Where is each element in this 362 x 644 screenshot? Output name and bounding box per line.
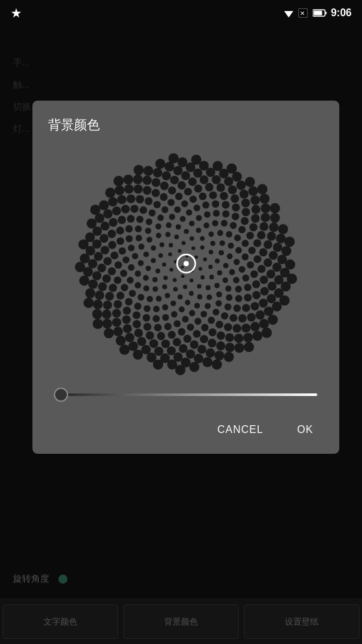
- svg-point-370: [184, 229, 189, 234]
- svg-point-332: [178, 306, 184, 312]
- svg-point-248: [142, 314, 150, 322]
- svg-point-337: [156, 295, 162, 301]
- color-wheel[interactable]: // Will generate via JS below: [69, 147, 303, 380]
- svg-point-108: [224, 177, 233, 186]
- svg-point-13: [261, 328, 272, 338]
- svg-point-229: [127, 215, 134, 223]
- svg-point-113: [260, 213, 269, 222]
- svg-point-382: [197, 284, 201, 289]
- svg-point-97: [274, 275, 284, 285]
- svg-point-272: [208, 317, 215, 324]
- svg-point-129: [211, 175, 221, 184]
- svg-point-350: [152, 286, 158, 291]
- svg-point-276: [149, 210, 156, 217]
- svg-point-174: [121, 205, 129, 214]
- svg-point-400: [181, 275, 184, 278]
- svg-point-182: [107, 230, 115, 238]
- svg-point-104: [125, 333, 134, 342]
- color-wheel-container[interactable]: // Will generate via JS below: [48, 147, 324, 380]
- svg-point-85: [108, 197, 117, 206]
- svg-point-401: [194, 255, 197, 258]
- svg-point-259: [221, 312, 228, 319]
- svg-point-199: [252, 291, 260, 299]
- svg-point-324: [162, 304, 167, 310]
- svg-point-98: [124, 184, 134, 194]
- status-bar-right: ✕ 9:06: [283, 7, 352, 19]
- svg-point-234: [160, 193, 167, 201]
- svg-point-219: [116, 291, 124, 299]
- svg-point-222: [167, 331, 175, 339]
- svg-point-262: [247, 261, 254, 268]
- svg-point-120: [186, 349, 195, 358]
- svg-point-16: [284, 237, 295, 247]
- svg-point-139: [269, 251, 278, 260]
- svg-point-94: [225, 343, 235, 353]
- svg-point-278: [230, 222, 237, 229]
- svg-point-84: [277, 254, 287, 264]
- svg-point-381: [158, 253, 163, 258]
- svg-point-238: [215, 321, 223, 328]
- svg-point-389: [162, 262, 165, 266]
- svg-point-243: [178, 328, 186, 336]
- svg-point-116: [193, 169, 202, 178]
- svg-point-153: [127, 194, 136, 203]
- ok-button[interactable]: OK: [287, 419, 324, 441]
- svg-marker-0: [284, 11, 293, 18]
- svg-point-363: [152, 277, 157, 282]
- svg-point-134: [251, 205, 260, 214]
- svg-point-146: [149, 339, 158, 348]
- svg-point-149: [225, 333, 234, 342]
- svg-point-399: [178, 249, 182, 253]
- svg-point-112: [154, 347, 163, 356]
- svg-point-115: [234, 334, 243, 343]
- svg-point-253: [121, 284, 128, 291]
- brightness-slider-container[interactable]: [48, 393, 324, 396]
- svg-point-135: [93, 252, 103, 261]
- svg-point-60: [234, 343, 244, 353]
- brightness-slider-track[interactable]: [54, 393, 317, 396]
- svg-point-311: [171, 311, 177, 317]
- brightness-slider-thumb[interactable]: [54, 388, 68, 402]
- cancel-button[interactable]: CANCEL: [207, 419, 274, 441]
- svg-point-198: [108, 284, 117, 292]
- svg-point-353: [185, 300, 190, 305]
- svg-point-215: [253, 239, 261, 247]
- svg-point-111: [142, 176, 151, 185]
- svg-point-245: [114, 261, 122, 269]
- svg-point-208: [130, 204, 138, 212]
- svg-point-361: [197, 294, 202, 299]
- svg-point-99: [173, 353, 183, 362]
- svg-rect-6: [313, 11, 322, 16]
- svg-point-101: [88, 259, 97, 268]
- svg-point-144: [259, 299, 268, 308]
- svg-point-178: [250, 302, 259, 310]
- dialog-title: 背景颜色: [48, 116, 324, 134]
- svg-point-34: [267, 315, 278, 325]
- svg-point-321: [134, 271, 141, 277]
- svg-point-387: [183, 285, 187, 290]
- svg-point-223: [241, 217, 248, 225]
- svg-point-291: [234, 234, 240, 241]
- svg-point-103: [173, 166, 182, 175]
- svg-point-339: [146, 237, 152, 243]
- svg-point-394: [168, 253, 172, 256]
- svg-point-225: [229, 314, 237, 322]
- svg-point-190: [103, 257, 112, 266]
- svg-point-316: [147, 296, 153, 303]
- svg-point-392: [173, 278, 176, 282]
- svg-point-166: [143, 186, 151, 195]
- svg-point-260: [189, 195, 197, 203]
- svg-point-140: [112, 206, 121, 216]
- svg-point-247: [175, 193, 182, 201]
- svg-point-330: [229, 269, 235, 275]
- svg-point-290: [162, 314, 169, 321]
- svg-point-266: [120, 270, 127, 277]
- svg-point-211: [108, 267, 115, 275]
- battery-icon: [313, 8, 327, 18]
- svg-point-170: [232, 324, 241, 332]
- svg-point-159: [134, 328, 142, 337]
- svg-point-264: [187, 324, 194, 331]
- svg-point-157: [247, 313, 255, 321]
- svg-point-43: [123, 175, 133, 184]
- svg-point-169: [101, 246, 109, 254]
